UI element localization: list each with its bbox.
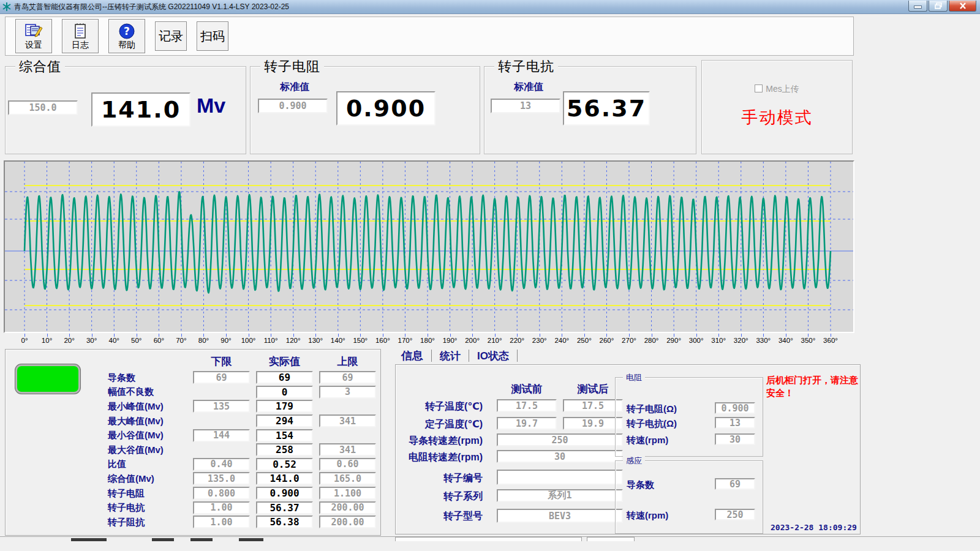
restore-button[interactable] [929,1,948,12]
result-actual-field: 179 [256,400,313,413]
rg-speed-label: 转速(rpm) [627,435,668,446]
header-actual: 实际值 [256,354,313,369]
result-upper-field: 3 [319,386,376,399]
help-icon: ? [118,23,135,40]
result-row-label: 导条数 [6,373,187,383]
record-label: 记录 [159,31,183,41]
result-lower-field: 1.00 [193,501,250,514]
app-icon [2,2,12,12]
result-lower-field: 1.00 [193,515,250,528]
table-row: 综合值(Mv)135.0141.0165.0 [6,471,380,486]
result-upper-field: 165.0 [319,472,376,485]
timestamp: 2023-2-28 18:09:29 [771,523,857,532]
x-axis-label: 240° [554,337,569,344]
bar-speed-diff-label: 导条转速差(rpm) [396,435,483,448]
x-axis-label: 50° [131,337,141,344]
result-row-label: 比值 [6,459,187,469]
x-axis-label: 230° [532,337,547,344]
result-row-label: 转子电抗 [6,503,187,512]
x-axis-label: 190° [443,337,458,344]
rotor-model-label: 转子型号 [396,510,483,523]
resistance-value-display: 0.900 [336,91,435,126]
log-label: 日志 [72,40,89,50]
result-lower-field: 0.40 [193,458,250,471]
after-test-header: 测试后 [563,382,623,396]
result-upper-field: 1.100 [319,487,376,500]
x-axis-label: 340° [778,337,793,344]
log-button[interactable]: 日志 [62,19,99,53]
stator-temp-after-field: 19.9 [563,417,623,430]
composite-standard-field: 150.0 [8,100,78,115]
composite-standard-value: 150.0 [29,102,56,113]
x-axis-label: 140° [331,337,345,344]
result-lower-field: 0.800 [193,487,250,500]
reactance-standard-field: 13 [491,99,560,113]
rotor-number-label: 转子编号 [396,472,483,485]
rotor-number-input[interactable] [497,470,623,485]
x-axis-label: 40° [109,337,119,344]
minimize-button[interactable] [908,1,927,12]
x-axis-label: 10° [42,337,52,344]
mode-panel: Mes上传 手动模式 [701,60,853,154]
x-axis-label: 0° [21,337,28,344]
resistance-standard-field: 0.900 [258,99,328,113]
x-axis-label: 290° [666,337,681,344]
table-row: 转子电阻0.8000.9001.100 [6,486,380,501]
result-row-label: 转子阻抗 [6,517,187,527]
window-title: 青岛艾普智能仪器有限公司--压铸转子测试系统 G202211049 V1.1.4… [14,2,289,12]
x-axis-label: 260° [600,337,614,344]
rotor-series-label: 转子系列 [396,490,483,503]
close-button[interactable] [949,1,976,12]
tab-io-status[interactable]: IO状态 [469,349,517,363]
results-panel: 下限 实际值 上限 导条数696969幅值不良数03最小峰值(Mv)135179… [5,349,381,536]
result-row-label: 幅值不良数 [6,387,187,397]
settings-icon [24,23,43,40]
table-row: 比值0.400.520.60 [6,457,380,472]
ig-bar-count-label: 导条数 [627,479,654,491]
x-axis-label: 200° [465,337,480,344]
scan-button[interactable]: 扫码 [197,21,228,51]
x-axis-label: 270° [622,337,636,344]
mes-upload-label: Mes上传 [766,84,799,94]
x-axis-label: 100° [241,337,256,344]
tab-statistics[interactable]: 统计 [432,349,469,363]
x-axis-label: 210° [488,337,502,344]
x-axis-label: 180° [420,337,435,344]
restore-icon [935,2,942,9]
help-label: 帮助 [118,40,135,50]
resistance-panel-title: 转子电阻 [260,58,324,76]
result-upper-field: 200.00 [319,515,376,528]
reactance-panel-title: 转子电抗 [494,58,558,76]
svg-text:?: ? [124,25,130,37]
mode-text: 手动模式 [702,107,852,129]
x-axis-label: 90° [221,337,231,344]
result-actual-field: 69 [256,371,313,384]
waveform-chart [4,160,854,333]
x-axis-label: 110° [264,337,278,344]
mes-upload-checkbox[interactable]: Mes上传 [702,84,852,95]
resistance-speed-diff-field: 30 [497,450,623,463]
x-axis-label: 170° [398,337,413,344]
reactance-standard-value: 13 [520,100,531,111]
tab-info[interactable]: 信息 [393,348,431,363]
rg-speed-field: 30 [715,433,755,445]
rg-rotor-reactance-label: 转子电抗(Ω) [627,418,677,430]
record-button[interactable]: 记录 [155,21,187,51]
log-icon [72,23,88,40]
toolbar: 设置 日志 ? 帮助 记录 扫码 [5,17,854,56]
header-lower-limit: 下限 [193,354,250,369]
rotor-resistance-panel: 转子电阻 标准值 0.900 0.900 [250,66,480,154]
help-button[interactable]: ? 帮助 [108,19,145,53]
induction-group-title: 感应 [623,455,645,467]
results-table-rows: 导条数696969幅值不良数03最小峰值(Mv)135179最大峰值(Mv)29… [6,370,380,530]
rotor-temp-before-field: 17.5 [497,399,557,412]
table-row: 最大谷值(Mv)258341 [6,443,380,457]
bottom-cut-strip [0,536,980,551]
checkbox-icon [755,84,763,92]
result-actual-field: 56.37 [256,501,313,514]
ig-speed-field: 250 [715,509,755,520]
result-upper-field: 200.00 [319,501,376,514]
result-lower-field: 135.0 [193,472,250,485]
settings-button[interactable]: 设置 [15,19,52,53]
induction-group: 感应 导条数 69 转速(rpm) 250 [615,460,763,534]
